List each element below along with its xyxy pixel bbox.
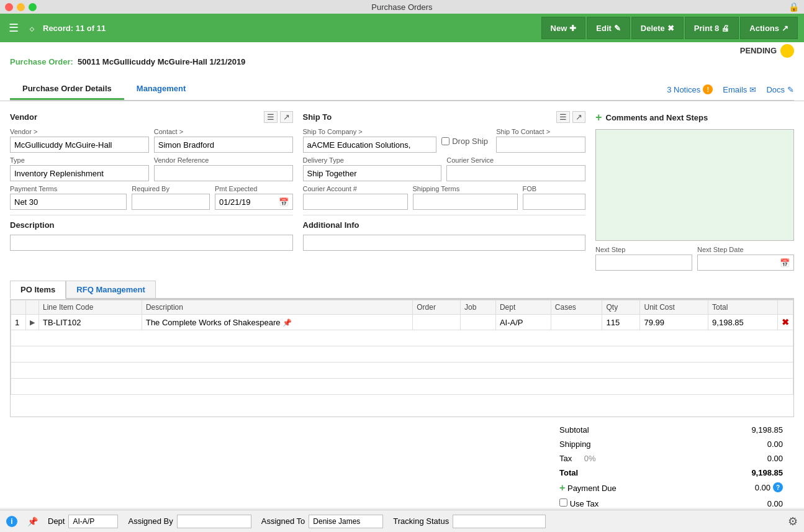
vendor-ref-input[interactable]	[154, 165, 293, 181]
vendor-row2: Type Vendor Reference	[10, 156, 293, 181]
emails-link[interactable]: Emails ✉	[723, 85, 756, 94]
notices-link[interactable]: 3 Notices !	[667, 84, 713, 94]
ship-row2: Delivery Type Courier Service	[303, 156, 586, 181]
row-dept: AI-A/P	[495, 315, 551, 330]
fob-input[interactable]	[523, 194, 585, 210]
use-tax-row: Use Tax 0.00	[554, 497, 788, 508]
payment-info-icon[interactable]: ?	[773, 482, 783, 492]
vendor-name-input[interactable]	[10, 137, 149, 153]
payment-plus-icon[interactable]: +	[559, 482, 565, 493]
dept-input[interactable]	[68, 515, 118, 528]
courier-account-input[interactable]	[303, 194, 408, 210]
shipping-terms-label: Shipping Terms	[413, 185, 518, 192]
description-header: Description	[10, 220, 293, 230]
close-button[interactable]	[5, 3, 13, 11]
tabs-row: Purchase Order Details Management 3 Noti…	[10, 79, 794, 101]
th-delete	[778, 300, 793, 315]
additional-info-label: Additional Info	[303, 220, 359, 230]
comments-plus-icon: +	[595, 111, 602, 124]
edit-button[interactable]: Edit ✎	[587, 17, 630, 39]
po-table-container: Line Item Code Description Order Job Dep…	[10, 299, 794, 417]
status-dot	[780, 44, 794, 58]
totals-section: Subtotal 9,198.85 Shipping 0.00 Tax 0% 0…	[10, 422, 794, 508]
next-step-input[interactable]	[595, 255, 692, 271]
shipping-terms-input[interactable]	[413, 194, 518, 210]
required-by-input[interactable]	[132, 194, 210, 210]
menu-button[interactable]: ☰	[6, 20, 21, 36]
maximize-button[interactable]	[29, 3, 37, 11]
table-row-empty-3	[11, 363, 793, 379]
additional-info-input[interactable]	[303, 235, 586, 251]
tab-management[interactable]: Management	[124, 79, 198, 100]
tab-po-items[interactable]: PO Items	[10, 281, 66, 299]
subtotal-label: Subtotal	[554, 423, 688, 436]
print-button[interactable]: Print 8 🖨	[685, 17, 739, 39]
drop-ship-checkbox[interactable]	[441, 137, 449, 145]
actions-button[interactable]: Actions ↗	[740, 17, 798, 39]
comments-box[interactable]	[595, 129, 794, 241]
tab-details[interactable]: Purchase Order Details	[10, 79, 124, 100]
minimize-button[interactable]	[17, 3, 25, 11]
status-pin-icon[interactable]: 📌	[27, 516, 38, 526]
ship-to-list-icon[interactable]: ☰	[556, 111, 570, 123]
th-code: Line Item Code	[39, 300, 142, 315]
payment-terms-input[interactable]	[10, 194, 127, 210]
info-icon[interactable]: i	[6, 516, 17, 527]
row-delete[interactable]: ✖	[778, 315, 793, 330]
vendor-type-group: Type	[10, 156, 149, 181]
ship-to-contact-input[interactable]	[496, 137, 585, 153]
vendor-contact-input[interactable]	[154, 137, 293, 153]
page-header: Purchase Order: 50011 McGullicuddy McGui…	[0, 42, 804, 101]
payment-due-label: + Payment Due	[554, 480, 688, 495]
gear-icon[interactable]: ⚙	[788, 515, 798, 528]
ship-row3: Courier Account # Shipping Terms FOB	[303, 185, 586, 210]
courier-service-input[interactable]	[446, 165, 585, 181]
title-label: Purchase Order:	[10, 57, 73, 66]
nav-arrows-button[interactable]: ⬦	[26, 20, 38, 36]
tax-value: 0.00	[689, 452, 788, 465]
description-input[interactable]	[10, 235, 293, 251]
courier-service-group: Courier Service	[446, 156, 585, 181]
delete-button[interactable]: Delete ✖	[631, 17, 684, 39]
next-step-date-input[interactable]: 📅	[697, 255, 794, 271]
status-label: PENDING	[740, 46, 777, 55]
print-icon: 🖨	[721, 24, 729, 33]
use-tax-checkbox[interactable]	[559, 498, 567, 507]
delivery-type-input[interactable]	[303, 165, 442, 181]
ship-to-company-input[interactable]	[303, 137, 437, 153]
emails-label: Emails	[723, 85, 747, 94]
th-dept: Dept	[495, 300, 551, 315]
pmt-expected-input[interactable]: 01/21/19 📅	[215, 194, 293, 210]
calendar-icon: 📅	[279, 197, 289, 207]
table-row-empty-2	[11, 346, 793, 363]
vendor-type-input[interactable]	[10, 165, 149, 181]
row-nav[interactable]: ▶	[26, 315, 39, 330]
vendor-section-label: Vendor	[10, 112, 37, 122]
use-tax-label: Use Tax	[554, 497, 688, 508]
vendor-list-icon[interactable]: ☰	[264, 111, 278, 123]
actions-icon: ↗	[782, 24, 788, 33]
new-button[interactable]: New ✚	[541, 17, 586, 39]
courier-account-label: Courier Account #	[303, 185, 408, 192]
ship-to-section-icons: ☰ ↗	[556, 111, 585, 123]
pin-icon: 📌	[282, 318, 292, 327]
vendor-ref-group: Vendor Reference	[154, 156, 293, 181]
ship-to-arrow-icon[interactable]: ↗	[572, 111, 585, 123]
table-row[interactable]: 1 ▶ TB-LIT102 The Complete Works of Shak…	[11, 315, 793, 330]
dept-field: Dept	[48, 515, 118, 528]
assigned-by-input[interactable]	[177, 515, 251, 528]
tab-rfq-management[interactable]: RFQ Management	[66, 281, 156, 298]
th-cases: Cases	[551, 300, 602, 315]
additional-info-header: Additional Info	[303, 220, 586, 230]
th-qty: Qty	[602, 300, 640, 315]
email-icon: ✉	[749, 85, 756, 94]
docs-link[interactable]: Docs ✎	[766, 85, 794, 94]
assigned-to-input[interactable]	[309, 515, 383, 528]
vendor-arrow-icon[interactable]: ↗	[280, 111, 293, 123]
next-step-field: Next Step	[595, 246, 692, 271]
tracking-status-input[interactable]	[453, 515, 546, 528]
fob-group: FOB	[523, 185, 585, 210]
description-row	[10, 235, 293, 251]
shipping-label: Shipping	[554, 438, 688, 451]
courier-account-group: Courier Account #	[303, 185, 408, 210]
